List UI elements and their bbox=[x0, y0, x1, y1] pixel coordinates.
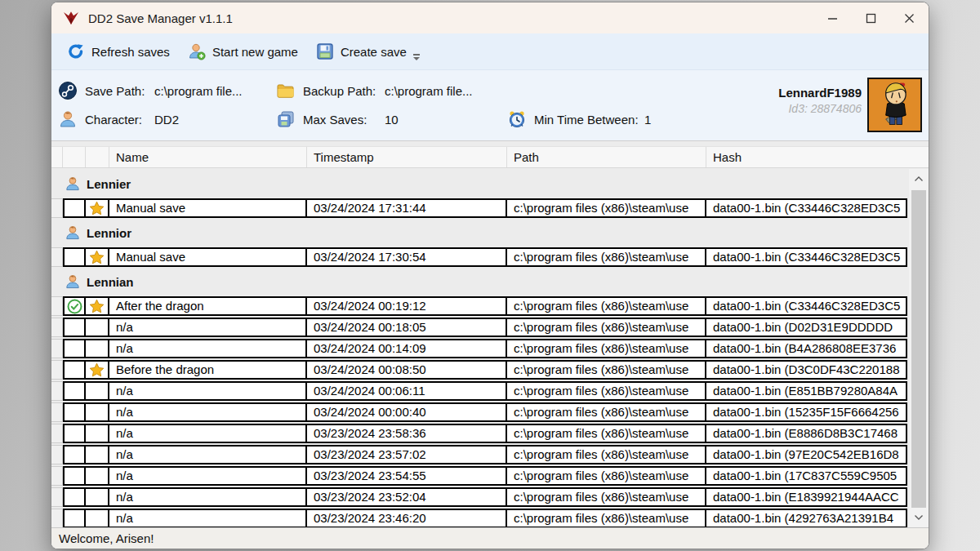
character-value[interactable]: DD2 bbox=[154, 113, 179, 127]
start-new-game-button[interactable]: Start new game bbox=[179, 38, 307, 64]
table-row[interactable]: Before the dragon03/24/2024 00:08:50c:\p… bbox=[51, 360, 907, 380]
active-cell[interactable] bbox=[65, 468, 86, 484]
header-active-column[interactable] bbox=[63, 147, 86, 167]
star-icon bbox=[89, 201, 105, 216]
active-cell[interactable] bbox=[65, 404, 86, 420]
scroll-down-button[interactable] bbox=[909, 509, 929, 526]
name-cell[interactable]: n/a bbox=[109, 340, 307, 357]
name-cell[interactable]: n/a bbox=[109, 383, 307, 399]
header-hash[interactable]: Hash bbox=[706, 147, 929, 167]
group-header[interactable]: Lennier bbox=[51, 172, 907, 195]
active-cell[interactable] bbox=[65, 425, 86, 442]
row-box: n/a03/24/2024 00:00:40c:\program files (… bbox=[63, 402, 907, 422]
row-gutter bbox=[51, 381, 63, 401]
header-name[interactable]: Name bbox=[109, 147, 307, 167]
table-row[interactable]: n/a03/24/2024 00:14:09c:\program files (… bbox=[51, 339, 907, 358]
name-cell[interactable]: n/a bbox=[109, 404, 307, 420]
active-cell[interactable] bbox=[65, 510, 86, 527]
header-star-column[interactable] bbox=[86, 147, 109, 167]
star-cell[interactable] bbox=[86, 298, 109, 314]
star-cell[interactable] bbox=[86, 468, 109, 484]
scrollbar-thumb[interactable] bbox=[911, 190, 926, 508]
min-time-between-value[interactable]: 1 bbox=[644, 113, 651, 127]
active-cell[interactable] bbox=[65, 319, 86, 335]
vertical-scrollbar[interactable] bbox=[909, 169, 929, 527]
name-cell[interactable]: n/a bbox=[109, 468, 307, 484]
star-cell[interactable] bbox=[86, 340, 109, 357]
table-header: Name Timestamp Path Hash bbox=[51, 146, 929, 168]
star-cell[interactable] bbox=[86, 404, 109, 420]
row-box: Manual save03/24/2024 17:30:54c:\program… bbox=[63, 247, 907, 267]
active-cell[interactable] bbox=[65, 340, 86, 357]
active-cell[interactable] bbox=[65, 447, 86, 463]
star-cell[interactable] bbox=[86, 362, 109, 378]
timestamp-cell: 03/24/2024 00:00:40 bbox=[307, 404, 507, 420]
active-cell[interactable] bbox=[65, 298, 86, 314]
name-cell[interactable]: n/a bbox=[109, 425, 307, 442]
backup-path-value[interactable]: c:\program file... bbox=[385, 84, 473, 98]
name-cell[interactable]: Before the dragon bbox=[109, 362, 307, 378]
create-save-button[interactable]: Create save bbox=[307, 38, 416, 64]
name-cell[interactable]: After the dragon bbox=[109, 298, 307, 314]
row-gutter bbox=[51, 466, 63, 486]
star-cell[interactable] bbox=[86, 510, 109, 527]
backup-path-label: Backup Path: bbox=[303, 84, 385, 98]
table-row[interactable]: Manual save03/24/2024 17:30:54c:\program… bbox=[51, 247, 907, 267]
table-row[interactable]: n/a03/23/2024 23:52:04c:\program files (… bbox=[51, 487, 907, 507]
star-cell[interactable] bbox=[86, 249, 109, 265]
path-cell: c:\program files (x86)\steam\use bbox=[507, 362, 706, 378]
star-cell[interactable] bbox=[86, 447, 109, 463]
group-header[interactable]: Lennian bbox=[51, 270, 907, 293]
max-saves-field: Max Saves: 10 bbox=[276, 109, 399, 130]
table-row[interactable]: n/a03/23/2024 23:54:55c:\program files (… bbox=[51, 466, 907, 486]
group-header[interactable]: Lennior bbox=[51, 221, 907, 244]
active-cell[interactable] bbox=[65, 362, 86, 378]
refresh-saves-button[interactable]: Refresh saves bbox=[58, 38, 179, 64]
header-timestamp[interactable]: Timestamp bbox=[307, 147, 507, 167]
table-row[interactable]: Manual save03/24/2024 17:31:44c:\program… bbox=[51, 198, 907, 218]
name-cell[interactable]: Manual save bbox=[109, 249, 307, 265]
minimize-button[interactable] bbox=[813, 2, 852, 33]
maximize-button[interactable] bbox=[852, 2, 890, 33]
header-path[interactable]: Path bbox=[507, 147, 706, 167]
close-button[interactable] bbox=[890, 2, 929, 33]
table-row[interactable]: n/a03/24/2024 00:18:05c:\program files (… bbox=[51, 318, 907, 337]
name-cell[interactable]: Manual save bbox=[109, 200, 307, 216]
name-cell[interactable]: n/a bbox=[109, 510, 307, 527]
active-cell[interactable] bbox=[65, 200, 86, 216]
character-icon bbox=[65, 224, 81, 241]
table-row[interactable]: n/a03/23/2024 23:46:20c:\program files (… bbox=[51, 509, 907, 527]
hash-cell: data00-1.bin (E1839921944AACC bbox=[706, 489, 906, 505]
table-row[interactable]: n/a03/24/2024 00:00:40c:\program files (… bbox=[51, 402, 907, 422]
star-cell[interactable] bbox=[86, 200, 109, 216]
close-icon bbox=[904, 13, 915, 24]
star-cell[interactable] bbox=[86, 425, 109, 442]
toolbar-overflow-button[interactable] bbox=[411, 54, 422, 64]
path-cell: c:\program files (x86)\steam\use bbox=[507, 383, 706, 399]
active-cell[interactable] bbox=[65, 489, 86, 505]
star-cell[interactable] bbox=[86, 489, 109, 505]
timestamp-cell: 03/24/2024 00:08:50 bbox=[307, 362, 507, 378]
star-icon bbox=[89, 362, 105, 378]
row-gutter bbox=[51, 247, 63, 267]
hash-cell: data00-1.bin (97E20C542EB16D8 bbox=[706, 447, 906, 463]
save-path-value[interactable]: c:\program file... bbox=[154, 84, 243, 98]
active-cell[interactable] bbox=[65, 249, 86, 265]
name-cell[interactable]: n/a bbox=[109, 447, 307, 463]
name-cell[interactable]: n/a bbox=[109, 489, 307, 505]
timestamp-cell: 03/23/2024 23:54:55 bbox=[307, 468, 507, 484]
avatar bbox=[867, 78, 922, 132]
star-cell[interactable] bbox=[86, 383, 109, 399]
row-box: n/a03/24/2024 00:18:05c:\program files (… bbox=[63, 318, 907, 337]
max-saves-value[interactable]: 10 bbox=[385, 113, 399, 127]
star-cell[interactable] bbox=[86, 319, 109, 335]
table-row[interactable]: After the dragon03/24/2024 00:19:12c:\pr… bbox=[51, 296, 907, 316]
active-cell[interactable] bbox=[65, 383, 86, 399]
table-row[interactable]: n/a03/23/2024 23:58:36c:\program files (… bbox=[51, 424, 907, 443]
character-label: Character: bbox=[85, 113, 154, 127]
table-row[interactable]: n/a03/23/2024 23:57:02c:\program files (… bbox=[51, 445, 907, 464]
name-cell[interactable]: n/a bbox=[109, 319, 307, 335]
table-row[interactable]: n/a03/24/2024 00:06:11c:\program files (… bbox=[51, 381, 907, 401]
path-cell: c:\program files (x86)\steam\use bbox=[507, 200, 706, 216]
scroll-up-button[interactable] bbox=[909, 171, 929, 187]
